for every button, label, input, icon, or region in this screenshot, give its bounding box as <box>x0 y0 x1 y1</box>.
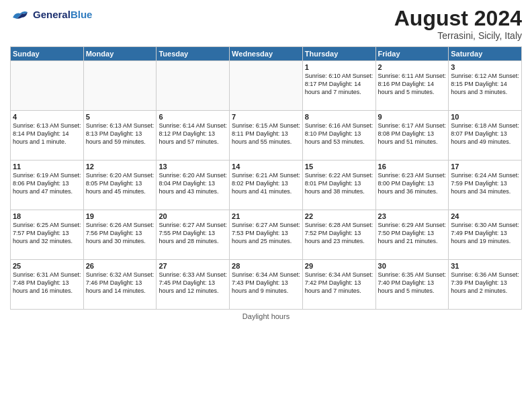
calendar-cell: 2Sunrise: 6:11 AM Sunset: 8:16 PM Daylig… <box>375 61 449 111</box>
day-info: Sunrise: 6:32 AM Sunset: 7:46 PM Dayligh… <box>86 271 154 295</box>
day-number: 12 <box>86 163 154 171</box>
calendar-cell: 10Sunrise: 6:18 AM Sunset: 8:07 PM Dayli… <box>449 111 522 161</box>
day-info: Sunrise: 6:24 AM Sunset: 7:59 PM Dayligh… <box>451 171 519 195</box>
calendar-cell: 24Sunrise: 6:30 AM Sunset: 7:49 PM Dayli… <box>449 210 522 260</box>
page: GeneralBlue August 2024 Terrasini, Sicil… <box>0 0 532 411</box>
day-number: 24 <box>451 212 519 220</box>
day-info: Sunrise: 6:16 AM Sunset: 8:10 PM Dayligh… <box>305 122 373 146</box>
calendar-cell: 7Sunrise: 6:15 AM Sunset: 8:11 PM Daylig… <box>230 111 303 161</box>
calendar-cell: 14Sunrise: 6:21 AM Sunset: 8:02 PM Dayli… <box>230 161 303 210</box>
day-info: Sunrise: 6:12 AM Sunset: 8:15 PM Dayligh… <box>451 72 519 96</box>
day-info: Sunrise: 6:25 AM Sunset: 7:57 PM Dayligh… <box>13 221 81 245</box>
day-number: 25 <box>13 262 81 270</box>
day-info: Sunrise: 6:19 AM Sunset: 8:06 PM Dayligh… <box>13 171 81 195</box>
calendar-cell: 13Sunrise: 6:20 AM Sunset: 8:04 PM Dayli… <box>157 161 230 210</box>
calendar-cell: 25Sunrise: 6:31 AM Sunset: 7:48 PM Dayli… <box>11 260 84 310</box>
title-area: August 2024 Terrasini, Sicily, Italy <box>394 7 522 41</box>
day-number: 27 <box>159 262 227 270</box>
calendar-cell: 9Sunrise: 6:17 AM Sunset: 8:08 PM Daylig… <box>375 111 449 161</box>
day-number: 30 <box>378 262 447 270</box>
calendar-week-row: 18Sunrise: 6:25 AM Sunset: 7:57 PM Dayli… <box>11 210 522 260</box>
calendar-cell: 11Sunrise: 6:19 AM Sunset: 8:06 PM Dayli… <box>11 161 84 210</box>
logo: GeneralBlue <box>10 7 92 23</box>
day-info: Sunrise: 6:34 AM Sunset: 7:43 PM Dayligh… <box>232 271 300 295</box>
day-info: Sunrise: 6:27 AM Sunset: 7:53 PM Dayligh… <box>232 221 300 245</box>
day-number: 19 <box>86 212 154 220</box>
header-row: SundayMondayTuesdayWednesdayThursdayFrid… <box>11 47 522 61</box>
day-number: 8 <box>305 113 373 121</box>
day-number: 7 <box>232 113 300 121</box>
calendar-cell: 31Sunrise: 6:36 AM Sunset: 7:39 PM Dayli… <box>449 260 522 310</box>
day-of-week-header: Monday <box>83 47 157 61</box>
day-info: Sunrise: 6:29 AM Sunset: 7:50 PM Dayligh… <box>378 221 447 245</box>
day-number: 16 <box>378 163 447 171</box>
day-number: 29 <box>305 262 373 270</box>
calendar-table: SundayMondayTuesdayWednesdayThursdayFrid… <box>10 46 522 310</box>
day-number: 23 <box>378 212 447 220</box>
day-number: 10 <box>451 113 519 121</box>
day-info: Sunrise: 6:36 AM Sunset: 7:39 PM Dayligh… <box>451 271 519 295</box>
day-info: Sunrise: 6:18 AM Sunset: 8:07 PM Dayligh… <box>451 122 519 146</box>
day-number: 14 <box>232 163 300 171</box>
day-number: 1 <box>305 63 373 71</box>
day-info: Sunrise: 6:10 AM Sunset: 8:17 PM Dayligh… <box>305 72 373 96</box>
day-number: 6 <box>159 113 227 121</box>
day-info: Sunrise: 6:31 AM Sunset: 7:48 PM Dayligh… <box>13 271 81 295</box>
day-info: Sunrise: 6:23 AM Sunset: 8:00 PM Dayligh… <box>378 171 447 195</box>
calendar-cell: 27Sunrise: 6:33 AM Sunset: 7:45 PM Dayli… <box>157 260 230 310</box>
calendar-cell: 15Sunrise: 6:22 AM Sunset: 8:01 PM Dayli… <box>302 161 375 210</box>
day-info: Sunrise: 6:21 AM Sunset: 8:02 PM Dayligh… <box>232 171 300 195</box>
day-of-week-header: Sunday <box>11 47 84 61</box>
calendar-cell: 16Sunrise: 6:23 AM Sunset: 8:00 PM Dayli… <box>375 161 449 210</box>
day-number: 11 <box>13 163 81 171</box>
day-info: Sunrise: 6:20 AM Sunset: 8:05 PM Dayligh… <box>86 171 154 195</box>
day-number: 18 <box>13 212 81 220</box>
calendar-cell: 4Sunrise: 6:13 AM Sunset: 8:14 PM Daylig… <box>11 111 84 161</box>
calendar-cell <box>230 61 303 111</box>
day-info: Sunrise: 6:27 AM Sunset: 7:55 PM Dayligh… <box>159 221 227 245</box>
calendar-cell: 28Sunrise: 6:34 AM Sunset: 7:43 PM Dayli… <box>230 260 303 310</box>
day-info: Sunrise: 6:17 AM Sunset: 8:08 PM Dayligh… <box>378 122 447 146</box>
day-number: 31 <box>451 262 519 270</box>
calendar-cell: 26Sunrise: 6:32 AM Sunset: 7:46 PM Dayli… <box>83 260 157 310</box>
calendar-week-row: 4Sunrise: 6:13 AM Sunset: 8:14 PM Daylig… <box>11 111 522 161</box>
day-info: Sunrise: 6:28 AM Sunset: 7:52 PM Dayligh… <box>305 221 373 245</box>
logo-icon <box>10 7 30 23</box>
day-info: Sunrise: 6:11 AM Sunset: 8:16 PM Dayligh… <box>378 72 447 96</box>
day-info: Sunrise: 6:34 AM Sunset: 7:42 PM Dayligh… <box>305 271 373 295</box>
day-of-week-header: Tuesday <box>157 47 230 61</box>
day-number: 13 <box>159 163 227 171</box>
calendar-cell: 20Sunrise: 6:27 AM Sunset: 7:55 PM Dayli… <box>157 210 230 260</box>
calendar-cell <box>83 61 157 111</box>
day-of-week-header: Friday <box>375 47 449 61</box>
day-number: 2 <box>378 63 447 71</box>
day-number: 22 <box>305 212 373 220</box>
footer-note: Daylight hours <box>10 312 522 320</box>
day-info: Sunrise: 6:20 AM Sunset: 8:04 PM Dayligh… <box>159 171 227 195</box>
calendar-cell: 8Sunrise: 6:16 AM Sunset: 8:10 PM Daylig… <box>302 111 375 161</box>
calendar-cell: 6Sunrise: 6:14 AM Sunset: 8:12 PM Daylig… <box>157 111 230 161</box>
calendar-cell: 3Sunrise: 6:12 AM Sunset: 8:15 PM Daylig… <box>449 61 522 111</box>
day-info: Sunrise: 6:13 AM Sunset: 8:13 PM Dayligh… <box>86 122 154 146</box>
calendar-cell: 5Sunrise: 6:13 AM Sunset: 8:13 PM Daylig… <box>83 111 157 161</box>
calendar-cell: 19Sunrise: 6:26 AM Sunset: 7:56 PM Dayli… <box>83 210 157 260</box>
day-number: 5 <box>86 113 154 121</box>
day-info: Sunrise: 6:15 AM Sunset: 8:11 PM Dayligh… <box>232 122 300 146</box>
calendar-cell: 30Sunrise: 6:35 AM Sunset: 7:40 PM Dayli… <box>375 260 449 310</box>
calendar-cell: 12Sunrise: 6:20 AM Sunset: 8:05 PM Dayli… <box>83 161 157 210</box>
calendar-cell <box>157 61 230 111</box>
day-of-week-header: Thursday <box>302 47 375 61</box>
day-info: Sunrise: 6:33 AM Sunset: 7:45 PM Dayligh… <box>159 271 227 295</box>
logo-text: GeneralBlue <box>33 9 92 21</box>
day-info: Sunrise: 6:13 AM Sunset: 8:14 PM Dayligh… <box>13 122 81 146</box>
day-number: 4 <box>13 113 81 121</box>
day-number: 26 <box>86 262 154 270</box>
day-number: 17 <box>451 163 519 171</box>
day-of-week-header: Saturday <box>449 47 522 61</box>
day-info: Sunrise: 6:30 AM Sunset: 7:49 PM Dayligh… <box>451 221 519 245</box>
month-title: August 2024 <box>394 7 522 30</box>
day-info: Sunrise: 6:35 AM Sunset: 7:40 PM Dayligh… <box>378 271 447 295</box>
day-number: 21 <box>232 212 300 220</box>
day-info: Sunrise: 6:26 AM Sunset: 7:56 PM Dayligh… <box>86 221 154 245</box>
calendar-week-row: 11Sunrise: 6:19 AM Sunset: 8:06 PM Dayli… <box>11 161 522 210</box>
